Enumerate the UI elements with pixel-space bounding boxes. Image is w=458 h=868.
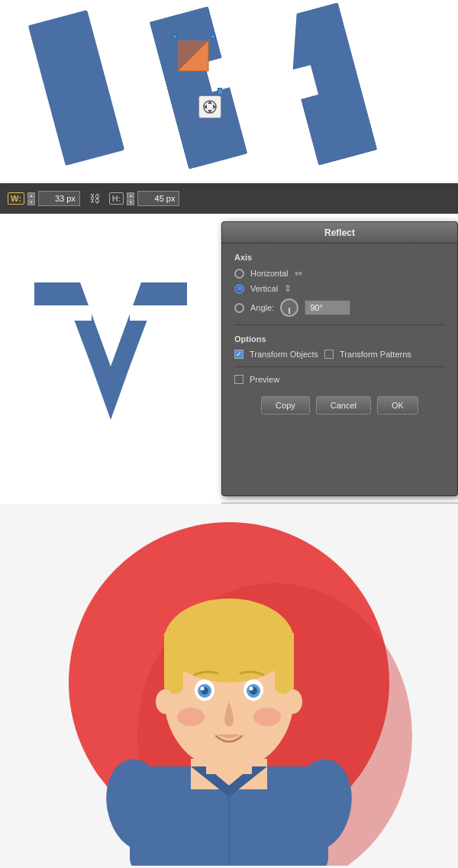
svg-rect-23 bbox=[164, 633, 294, 663]
preview-checkbox[interactable] bbox=[234, 375, 244, 384]
horizontal-label: Horizontal bbox=[250, 269, 289, 278]
svg-point-36 bbox=[156, 689, 174, 714]
w-input[interactable] bbox=[38, 191, 80, 206]
transform-patterns-label: Transform Patterns bbox=[340, 350, 411, 359]
svg-rect-21 bbox=[206, 751, 252, 774]
section1-transform: W: ▲ ▼ ⛓ H: ▲ ▼ bbox=[0, 0, 458, 214]
horizontal-icon: ⇔ bbox=[295, 268, 302, 279]
section3-character bbox=[0, 504, 458, 868]
w-up-arrow[interactable]: ▲ bbox=[27, 192, 35, 198]
svg-point-33 bbox=[250, 686, 253, 690]
vertical-icon: ⇕ bbox=[284, 283, 292, 294]
anchor-dot bbox=[218, 90, 222, 94]
dialog-title: Reflect bbox=[324, 227, 355, 238]
vertical-label: Vertical bbox=[250, 284, 278, 293]
vertical-option: Vertical ⇕ bbox=[234, 283, 445, 294]
svg-rect-24 bbox=[164, 633, 183, 694]
canvas-area-2 bbox=[0, 214, 221, 504]
h-arrows[interactable]: ▲ ▼ bbox=[127, 192, 134, 205]
section2-reflect: Reflect Axis Horizontal ⇔ Vertical ⇕ bbox=[0, 214, 458, 504]
svg-marker-9 bbox=[92, 366, 130, 420]
preview-label: Preview bbox=[250, 375, 279, 384]
canvas-area-1 bbox=[0, 0, 458, 183]
h-up-arrow[interactable]: ▲ bbox=[127, 192, 134, 198]
rect-left bbox=[28, 10, 124, 166]
horizontal-radio[interactable] bbox=[234, 269, 244, 279]
h-input[interactable] bbox=[137, 191, 179, 206]
angle-input[interactable] bbox=[305, 300, 350, 315]
rect-right bbox=[279, 2, 377, 166]
toolbar-strip: W: ▲ ▼ ⛓ H: ▲ ▼ bbox=[0, 183, 458, 214]
preview-checkbox-row: Preview bbox=[234, 375, 445, 384]
dialog-titlebar: Reflect bbox=[222, 222, 457, 244]
svg-rect-11 bbox=[34, 282, 80, 305]
angle-radio[interactable] bbox=[234, 303, 244, 313]
svg-rect-25 bbox=[275, 633, 294, 694]
separator-2 bbox=[234, 366, 445, 367]
drag-shape bbox=[174, 37, 212, 75]
radio-dot bbox=[237, 286, 242, 291]
h-label: H: bbox=[109, 192, 124, 205]
angle-option: Angle: bbox=[234, 298, 445, 317]
w-label: W: bbox=[8, 192, 24, 205]
options-section: Options Transform Objects Transform Patt… bbox=[234, 334, 445, 359]
v-shape-svg bbox=[27, 275, 195, 443]
rect-middle bbox=[149, 6, 247, 169]
svg-point-35 bbox=[253, 708, 281, 726]
dialog-buttons: Copy Cancel OK bbox=[234, 396, 445, 415]
transform-patterns-checkbox[interactable] bbox=[324, 350, 334, 359]
ok-button[interactable]: OK bbox=[377, 396, 418, 415]
transform-objects-checkbox[interactable] bbox=[234, 350, 244, 359]
width-field: W: ▲ ▼ bbox=[8, 191, 80, 206]
svg-marker-14 bbox=[130, 305, 153, 321]
svg-rect-12 bbox=[141, 282, 187, 305]
w-down-arrow[interactable]: ▼ bbox=[27, 199, 35, 205]
preview-row: Preview bbox=[234, 375, 445, 384]
anchor-point-tl bbox=[173, 34, 177, 39]
svg-point-29 bbox=[201, 686, 205, 690]
svg-marker-13 bbox=[69, 305, 92, 321]
transform-objects-label: Transform Objects bbox=[250, 350, 318, 359]
reflect-dialog: Reflect Axis Horizontal ⇔ Vertical ⇕ bbox=[221, 221, 458, 496]
horizontal-option: Horizontal ⇔ bbox=[234, 268, 445, 279]
move-cursor-icon bbox=[198, 95, 221, 118]
angle-label: Angle: bbox=[250, 303, 274, 312]
cancel-button[interactable]: Cancel bbox=[316, 396, 371, 415]
svg-point-37 bbox=[284, 689, 302, 714]
axis-label: Axis bbox=[234, 253, 445, 262]
angle-dial[interactable] bbox=[280, 298, 298, 317]
vertical-radio[interactable] bbox=[234, 284, 244, 294]
svg-point-34 bbox=[177, 708, 205, 726]
link-icon: ⛓ bbox=[86, 191, 103, 206]
transform-objects-row: Transform Objects Transform Patterns bbox=[234, 350, 445, 359]
copy-button[interactable]: Copy bbox=[261, 396, 310, 415]
character-svg bbox=[38, 507, 420, 866]
w-arrows[interactable]: ▲ ▼ bbox=[27, 192, 35, 205]
separator-1 bbox=[234, 324, 445, 325]
dialog-body: Axis Horizontal ⇔ Vertical ⇕ Angle: bbox=[222, 244, 457, 424]
anchor-point-tr bbox=[211, 34, 215, 39]
options-label: Options bbox=[234, 334, 445, 344]
h-down-arrow[interactable]: ▼ bbox=[127, 199, 134, 205]
height-field: H: ▲ ▼ bbox=[109, 191, 180, 206]
